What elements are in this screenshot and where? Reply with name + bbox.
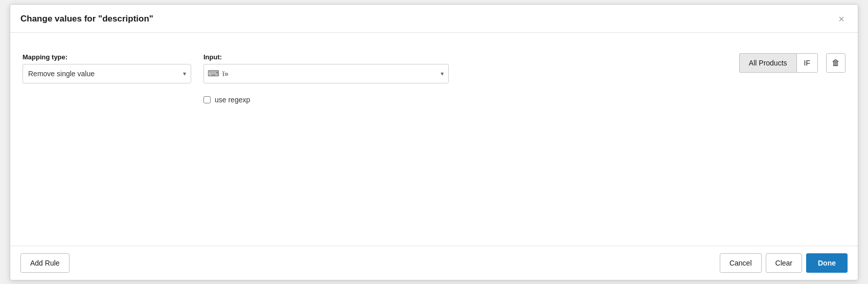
dialog-title: Change values for "description" [20, 14, 153, 24]
close-button[interactable]: × [835, 13, 848, 25]
input-label: Input: [203, 53, 449, 61]
trash-icon: 🗑 [832, 58, 840, 68]
cancel-button[interactable]: Cancel [720, 253, 762, 273]
footer-left: Add Rule [20, 253, 70, 273]
delete-rule-button[interactable]: 🗑 [826, 53, 846, 73]
input-select[interactable]: ï» [203, 64, 449, 83]
input-group: Input: ⌨ ï» ▾ [203, 53, 449, 83]
regexp-label: use regexp [215, 96, 250, 104]
regexp-row: use regexp [203, 96, 846, 104]
dialog: Change values for "description" × Mappin… [10, 4, 858, 280]
mapping-type-group: Mapping type: Remove single value ▾ [22, 53, 191, 83]
all-products-button[interactable]: All Products [739, 53, 796, 73]
footer-right: Cancel Clear Done [720, 253, 848, 273]
add-rule-button[interactable]: Add Rule [20, 253, 70, 273]
dialog-header: Change values for "description" × [10, 5, 858, 33]
input-select-wrapper: ⌨ ï» ▾ [203, 64, 449, 83]
mapping-type-select[interactable]: Remove single value [22, 64, 191, 83]
dialog-body: Mapping type: Remove single value ▾ Inpu… [10, 33, 858, 246]
mapping-type-select-wrapper: Remove single value ▾ [22, 64, 191, 83]
rule-row: Mapping type: Remove single value ▾ Inpu… [22, 53, 846, 83]
clear-button[interactable]: Clear [766, 253, 802, 273]
done-button[interactable]: Done [806, 253, 848, 273]
regexp-checkbox[interactable] [203, 96, 211, 103]
if-button[interactable]: IF [796, 53, 818, 73]
mapping-type-label: Mapping type: [22, 53, 191, 61]
dialog-footer: Add Rule Cancel Clear Done [10, 246, 858, 280]
right-controls: All Products IF 🗑 [739, 53, 846, 73]
